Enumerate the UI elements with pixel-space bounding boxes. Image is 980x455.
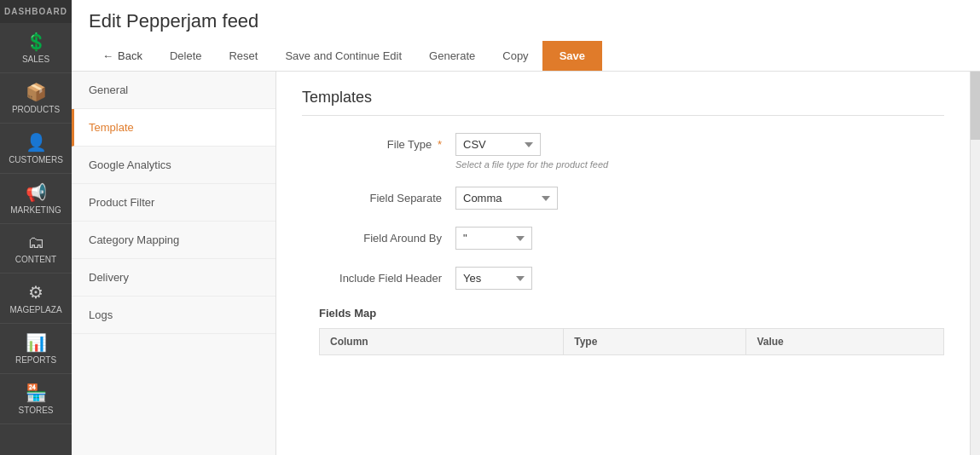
file-type-control: CSV XML TXT Select a file type for the p… xyxy=(455,133,944,170)
field-around-by-label: Field Around By xyxy=(302,227,455,245)
sidebar-item-label-products: PRODUCTS xyxy=(12,105,60,114)
back-arrow-icon: ← xyxy=(102,49,113,62)
table-header-row: Column Type Value xyxy=(320,329,944,355)
include-field-header-control: Yes No xyxy=(455,267,944,290)
page-scrollbar[interactable] xyxy=(970,72,980,455)
left-nav: General Template Google Analytics Produc… xyxy=(72,72,276,455)
reset-button[interactable]: Reset xyxy=(215,41,271,71)
file-type-hint: Select a file type for the product feed xyxy=(455,159,944,170)
marketing-icon: 📢 xyxy=(26,182,47,203)
sidebar-item-stores[interactable]: 🏪 STORES xyxy=(0,374,72,424)
sales-icon: 💲 xyxy=(26,32,47,52)
field-around-by-control: " ' None xyxy=(455,227,944,250)
include-field-header-row: Include Field Header Yes No xyxy=(302,267,944,290)
sidebar-item-customers[interactable]: 👤 CUSTOMERS xyxy=(0,124,72,174)
customers-icon: 👤 xyxy=(26,132,47,153)
fields-map-section: Fields Map Column Type Value xyxy=(302,307,944,355)
include-field-header-label: Include Field Header xyxy=(302,267,455,285)
field-separate-label: Field Separate xyxy=(302,187,455,204)
sidebar-item-label-reports: REPORTS xyxy=(15,355,56,365)
sidebar-item-label-customers: CUSTOMERS xyxy=(9,155,63,164)
column-header-value: Value xyxy=(746,329,944,355)
mageplaza-icon: ⚙ xyxy=(28,282,43,302)
nav-item-google-analytics[interactable]: Google Analytics xyxy=(72,147,275,184)
right-panel: Templates File Type * CSV XML TXT Select… xyxy=(276,72,970,455)
file-type-label: File Type * xyxy=(302,133,455,151)
required-indicator: * xyxy=(438,138,442,151)
field-separate-row: Field Separate Comma Tab Pipe Semicolon xyxy=(302,187,944,210)
main-area: Edit Pepperjam feed ← Back Delete Reset … xyxy=(72,0,980,455)
sidebar-item-label-marketing: MARKETING xyxy=(10,205,61,215)
products-icon: 📦 xyxy=(26,82,47,102)
nav-item-product-filter[interactable]: Product Filter xyxy=(72,184,275,222)
nav-item-template[interactable]: Template xyxy=(72,109,275,147)
section-title: Templates xyxy=(302,89,944,116)
sidebar-item-mageplaza[interactable]: ⚙ MAGEPLAZA xyxy=(0,274,72,324)
column-header-type: Type xyxy=(564,329,746,355)
content-icon: 🗂 xyxy=(27,233,44,252)
sidebar-item-reports[interactable]: 📊 REPORTS xyxy=(0,324,72,374)
sidebar-item-marketing[interactable]: 📢 MARKETING xyxy=(0,174,72,224)
include-field-header-select[interactable]: Yes No xyxy=(455,267,532,290)
sidebar-item-products[interactable]: 📦 PRODUCTS xyxy=(0,73,72,124)
sidebar-item-label-sales: SALES xyxy=(22,55,49,64)
field-around-by-row: Field Around By " ' None xyxy=(302,227,944,250)
nav-item-logs[interactable]: Logs xyxy=(72,297,275,334)
file-type-row: File Type * CSV XML TXT Select a file ty… xyxy=(302,133,944,170)
nav-item-category-mapping[interactable]: Category Mapping xyxy=(72,222,275,259)
column-header-column: Column xyxy=(320,329,564,355)
sidebar-item-label-stores: STORES xyxy=(19,406,54,415)
field-separate-select[interactable]: Comma Tab Pipe Semicolon xyxy=(455,187,558,210)
nav-item-general[interactable]: General xyxy=(72,72,275,109)
sidebar-item-sales[interactable]: 💲 SALES xyxy=(0,23,72,73)
sidebar-item-content[interactable]: 🗂 CONTENT xyxy=(0,224,72,274)
sidebar-item-label-mageplaza: MAGEPLAZA xyxy=(9,305,61,314)
field-separate-control: Comma Tab Pipe Semicolon xyxy=(455,187,944,210)
toolbar: ← Back Delete Reset Save and Continue Ed… xyxy=(89,41,963,71)
field-around-by-select[interactable]: " ' None xyxy=(455,227,532,250)
content-area: General Template Google Analytics Produc… xyxy=(72,72,980,455)
fields-map-table: Column Type Value xyxy=(319,328,944,355)
sidebar: DASHBOARD 💲 SALES 📦 PRODUCTS 👤 CUSTOMERS… xyxy=(0,0,72,455)
page-header: Edit Pepperjam feed ← Back Delete Reset … xyxy=(72,0,980,72)
reports-icon: 📊 xyxy=(26,332,47,353)
sidebar-dashboard-label[interactable]: DASHBOARD xyxy=(0,0,72,23)
copy-button[interactable]: Copy xyxy=(489,41,542,71)
scrollbar-thumb[interactable] xyxy=(971,72,980,140)
fields-map-title: Fields Map xyxy=(319,307,376,320)
generate-button[interactable]: Generate xyxy=(415,41,489,71)
sidebar-item-label-content: CONTENT xyxy=(15,255,56,264)
back-button[interactable]: ← Back xyxy=(89,41,156,71)
nav-item-delivery[interactable]: Delivery xyxy=(72,259,275,297)
save-button[interactable]: Save xyxy=(542,41,602,71)
delete-button[interactable]: Delete xyxy=(156,41,216,71)
file-type-select[interactable]: CSV XML TXT xyxy=(455,133,541,156)
save-continue-button[interactable]: Save and Continue Edit xyxy=(271,41,415,71)
page-title: Edit Pepperjam feed xyxy=(89,10,963,32)
stores-icon: 🏪 xyxy=(26,383,47,403)
